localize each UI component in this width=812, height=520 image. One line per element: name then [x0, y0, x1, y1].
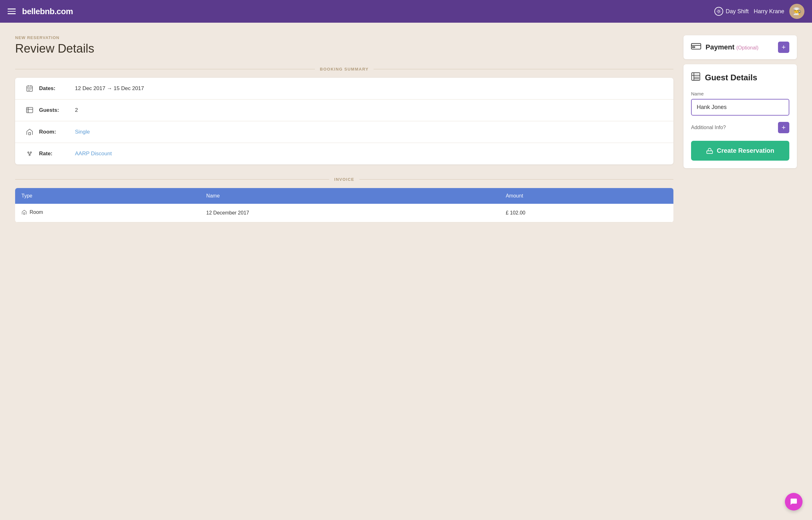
additional-info-label: Additional Info? — [691, 125, 726, 130]
guests-label: Guests: — [39, 107, 68, 113]
shift-indicator: Day Shift — [714, 7, 749, 16]
left-column: NEW RESERVATION Review Details BOOKING S… — [15, 35, 674, 223]
dates-row: Dates: 12 Dec 2017 → 15 Dec 2017 — [15, 78, 674, 100]
credit-card-icon — [691, 42, 701, 52]
divider-line-right2 — [359, 179, 674, 180]
create-reservation-button[interactable]: Create Reservation — [691, 141, 789, 161]
svg-line-7 — [717, 12, 717, 13]
rate-icon — [24, 150, 35, 157]
right-column: Payment(Optional) + Guest Details — [683, 35, 797, 223]
divider-line-left2 — [15, 179, 329, 180]
header: bellebnb.com Day Shift Harry Krane — [0, 0, 812, 23]
svg-rect-33 — [692, 47, 695, 48]
page-title: Review Details — [15, 42, 674, 55]
dates-value: 12 Dec 2017 → 15 Dec 2017 — [75, 85, 144, 92]
room-value[interactable]: Single — [75, 129, 90, 135]
calendar-icon — [24, 85, 35, 92]
svg-point-0 — [718, 10, 720, 12]
col-name: Name — [200, 188, 500, 204]
payment-card: Payment(Optional) + — [683, 35, 797, 59]
dates-label: Dates: — [39, 85, 68, 92]
logo: bellebnb.com — [22, 7, 73, 17]
guests-row: Guests: 2 — [15, 100, 674, 121]
breadcrumb: NEW RESERVATION — [15, 35, 674, 40]
rate-label: Rate: — [39, 151, 68, 157]
booking-summary-label: BOOKING SUMMARY — [320, 67, 369, 72]
svg-rect-30 — [24, 213, 25, 214]
invoice-cell-amount: £ 102.00 — [500, 204, 674, 223]
payment-add-button[interactable]: + — [778, 42, 789, 53]
svg-rect-34 — [692, 73, 700, 80]
name-field-label: Name — [691, 91, 789, 96]
svg-point-27 — [29, 154, 30, 156]
table-row: Room12 December 2017£ 102.00 — [15, 204, 674, 223]
booking-card: Dates: 12 Dec 2017 → 15 Dec 2017 Guests: — [15, 78, 674, 164]
additional-info-button[interactable]: + — [778, 122, 789, 133]
svg-point-25 — [28, 152, 29, 153]
main-content: NEW RESERVATION Review Details BOOKING S… — [0, 23, 812, 235]
guest-card-header: Guest Details — [691, 72, 789, 83]
svg-line-6 — [720, 12, 721, 13]
guest-details-card: Guest Details Name Additional Info? + Cr… — [683, 64, 797, 168]
room-label: Room: — [39, 129, 68, 135]
invoice-label: INVOICE — [334, 177, 355, 182]
svg-line-8 — [720, 10, 721, 10]
rate-value[interactable]: AARP Discount — [75, 151, 112, 157]
invoice-cell-type: Room — [15, 204, 200, 223]
room-icon-sm: Room — [21, 209, 43, 215]
room-icon — [24, 128, 35, 136]
chat-button[interactable] — [785, 493, 803, 511]
invoice-cell-name: 12 December 2017 — [200, 204, 500, 223]
svg-rect-15 — [30, 89, 31, 89]
divider-line-left — [15, 69, 315, 69]
create-reservation-icon — [706, 148, 713, 154]
svg-rect-16 — [28, 90, 29, 91]
svg-line-5 — [717, 10, 717, 10]
svg-rect-14 — [29, 89, 30, 89]
svg-line-29 — [30, 153, 31, 154]
svg-point-23 — [27, 111, 28, 112]
guest-details-icon — [691, 72, 701, 83]
svg-rect-17 — [29, 90, 30, 91]
svg-rect-13 — [28, 89, 29, 89]
payment-left: Payment(Optional) — [691, 42, 758, 52]
avatar: 👨‍🍳 — [789, 4, 805, 19]
payment-title: Payment(Optional) — [706, 43, 758, 51]
room-row: Room: Single — [15, 121, 674, 143]
col-type: Type — [15, 188, 200, 204]
divider-line-right — [373, 69, 674, 69]
rate-row: Rate: AARP Discount — [15, 143, 674, 164]
svg-rect-24 — [29, 133, 30, 135]
invoice-table: Type Name Amount Room12 December 2017£ 1… — [15, 188, 674, 223]
svg-rect-39 — [707, 151, 712, 153]
header-left: bellebnb.com — [7, 7, 73, 17]
guests-icon — [24, 106, 35, 114]
sun-icon — [714, 7, 723, 16]
col-amount: Amount — [500, 188, 674, 204]
header-right: Day Shift Harry Krane 👨‍🍳 — [714, 4, 805, 19]
svg-line-28 — [28, 153, 30, 154]
invoice-header-row: Type Name Amount — [15, 188, 674, 204]
svg-point-21 — [27, 108, 28, 109]
additional-info-row: Additional Info? + — [691, 122, 789, 133]
name-input[interactable] — [691, 99, 789, 115]
svg-point-22 — [27, 110, 28, 111]
guest-details-title: Guest Details — [705, 73, 757, 82]
menu-button[interactable] — [7, 8, 16, 14]
booking-summary-divider: BOOKING SUMMARY — [15, 67, 674, 72]
svg-point-26 — [30, 152, 31, 153]
guests-value: 2 — [75, 107, 78, 113]
user-name: Harry Krane — [754, 8, 784, 15]
invoice-divider: INVOICE — [15, 177, 674, 182]
